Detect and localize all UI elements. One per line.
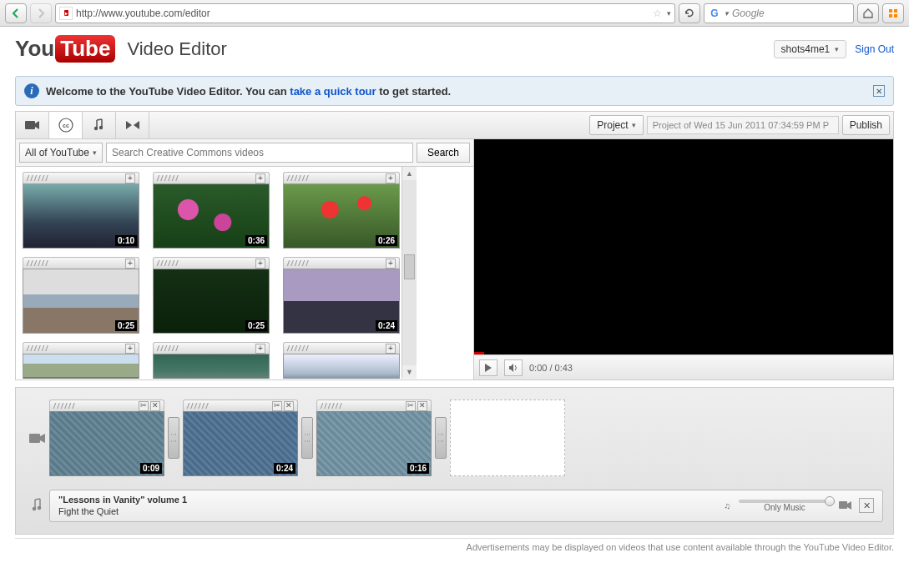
banner-close-button[interactable]: ✕ (873, 85, 885, 97)
clip-add-button[interactable]: + (386, 344, 396, 354)
clip-cut-button[interactable]: ✂ (272, 401, 282, 411)
library-clip[interactable]: //////+ (283, 342, 400, 379)
feed-button[interactable] (882, 3, 904, 23)
scrollbar[interactable]: ▲ ▼ (401, 167, 417, 379)
clip-drag-bar[interactable]: //////+ (153, 172, 270, 183)
clip-drag-bar[interactable]: //////+ (23, 342, 139, 354)
url-input[interactable] (76, 8, 647, 19)
url-bar[interactable]: ▸ ☆ ▾ (55, 3, 675, 23)
publish-button[interactable]: Publish (842, 115, 890, 135)
svg-rect-1 (894, 9, 897, 13)
clip-drag-bar[interactable]: //////+ (283, 257, 400, 269)
timeline-drop-zone[interactable] (450, 400, 565, 476)
clip-thumbnail[interactable]: 0:10 (23, 183, 139, 249)
volume-button[interactable] (504, 359, 523, 376)
tab-audio[interactable] (83, 112, 116, 138)
back-button[interactable] (5, 3, 27, 23)
scroll-down-icon[interactable]: ▼ (406, 365, 413, 379)
bookmark-icon[interactable]: ☆ (650, 7, 664, 20)
project-name-field[interactable]: Project of Wed 15 Jun 2011 07:34:59 PM P (647, 116, 839, 134)
timeline-clip[interactable]: //////✂✕0:24 (183, 400, 298, 476)
svg-text:cc: cc (63, 123, 69, 128)
clip-thumbnail[interactable]: 0:26 (283, 183, 400, 249)
clip-add-button[interactable]: + (255, 344, 265, 354)
clip-thumbnail[interactable]: 0:36 (153, 183, 270, 249)
library-clip[interactable]: //////+0:10 (23, 172, 139, 249)
clip-drag-bar[interactable]: //////+ (153, 342, 270, 354)
user-menu[interactable]: shots4me1 ▾ (774, 40, 847, 58)
youtube-logo[interactable]: You Tube (15, 35, 115, 63)
tour-link[interactable]: take a quick tour (290, 85, 376, 98)
audio-clip[interactable]: "Lessons in Vanity" volume 1 Fight the Q… (49, 490, 883, 522)
svg-point-8 (98, 126, 102, 129)
clip-drag-bar[interactable]: //////✂✕ (49, 400, 164, 411)
clip-drag-bar[interactable]: //////+ (283, 172, 400, 183)
welcome-banner: i Welcome to the YouTube Video Editor. Y… (15, 76, 894, 106)
tab-cc-videos[interactable]: cc (49, 112, 83, 138)
tab-my-videos[interactable] (16, 112, 49, 138)
scroll-up-icon[interactable]: ▲ (406, 167, 413, 180)
clip-thumbnail[interactable]: 0:25 (23, 269, 139, 334)
clip-thumbnail[interactable]: 0:25 (153, 269, 270, 334)
timeline-clip[interactable]: //////✂✕0:16 (316, 400, 432, 476)
audio-remove-button[interactable]: ✕ (859, 498, 874, 513)
library-clip[interactable]: //////+0:25 (23, 257, 139, 334)
transition-handle[interactable]: ⋮⋮ (168, 417, 179, 459)
clip-drag-bar[interactable]: //////+ (23, 172, 139, 183)
search-scope-dropdown[interactable]: All of YouTube ▾ (19, 143, 103, 163)
browser-chrome: ▸ ☆ ▾ G ▾ Google (0, 0, 909, 27)
clip-thumbnail[interactable] (153, 354, 270, 379)
clip-thumbnail[interactable]: 0:24 (283, 269, 400, 334)
clip-add-button[interactable]: + (255, 259, 265, 269)
clip-thumbnail[interactable]: 0:09 (49, 411, 164, 476)
clip-remove-button[interactable]: ✕ (150, 401, 160, 411)
library-clip[interactable]: //////+0:25 (153, 257, 270, 334)
clip-drag-bar[interactable]: //////✂✕ (316, 400, 432, 411)
clip-add-button[interactable]: + (125, 173, 135, 183)
clip-thumbnail[interactable] (283, 354, 400, 379)
library-clip[interactable]: //////+ (153, 342, 270, 379)
scroll-thumb[interactable] (404, 254, 415, 279)
home-button[interactable] (857, 3, 879, 23)
clip-drag-bar[interactable]: //////+ (153, 257, 270, 269)
library-clip[interactable]: //////+0:24 (283, 257, 400, 334)
url-dropdown-icon[interactable]: ▾ (667, 9, 671, 18)
browser-search-box[interactable]: G ▾ Google (704, 3, 854, 23)
sign-out-link[interactable]: Sign Out (855, 43, 894, 55)
play-button[interactable] (479, 359, 497, 376)
main-area: All of YouTube ▾ Search //////+0:10/////… (15, 139, 894, 380)
clip-drag-bar[interactable]: //////✂✕ (183, 400, 298, 411)
clip-thumbnail[interactable]: 0:16 (316, 411, 432, 476)
clip-remove-button[interactable]: ✕ (284, 401, 294, 411)
caret-down-icon: ▾ (632, 121, 636, 129)
clip-add-button[interactable]: + (125, 259, 135, 269)
clip-cut-button[interactable]: ✂ (139, 401, 149, 411)
audio-mix-slider[interactable] (739, 500, 831, 503)
project-menu[interactable]: Project ▾ (589, 115, 643, 135)
library-search-button[interactable]: Search (417, 143, 470, 163)
forward-button[interactable] (30, 3, 52, 23)
library-search-input[interactable] (106, 143, 413, 163)
library-clip[interactable]: //////+ (23, 342, 139, 379)
favicon-icon: ▸ (59, 7, 73, 20)
clip-add-button[interactable]: + (125, 344, 135, 354)
transition-handle[interactable]: ⋮⋮ (301, 417, 313, 459)
clip-drag-bar[interactable]: //////+ (23, 257, 139, 269)
clip-add-button[interactable]: + (386, 173, 396, 183)
timeline-clip[interactable]: //////✂✕0:09 (49, 400, 164, 476)
transition-handle[interactable]: ⋮⋮ (435, 417, 447, 459)
library-clip[interactable]: //////+0:36 (153, 172, 270, 249)
clip-drag-bar[interactable]: //////+ (283, 342, 400, 354)
reload-button[interactable] (679, 3, 700, 23)
tab-transitions[interactable] (116, 112, 149, 138)
clip-thumbnail[interactable]: 0:24 (183, 411, 298, 476)
clip-add-button[interactable]: + (386, 259, 396, 269)
clip-duration: 0:25 (115, 320, 137, 331)
clip-remove-button[interactable]: ✕ (417, 401, 427, 411)
library-clip[interactable]: //////+0:26 (283, 172, 400, 249)
library-search-row: All of YouTube ▾ Search (16, 139, 473, 167)
clip-thumbnail[interactable] (23, 354, 139, 379)
clip-cut-button[interactable]: ✂ (406, 401, 416, 411)
video-preview[interactable] (474, 139, 893, 354)
clip-add-button[interactable]: + (255, 173, 265, 183)
